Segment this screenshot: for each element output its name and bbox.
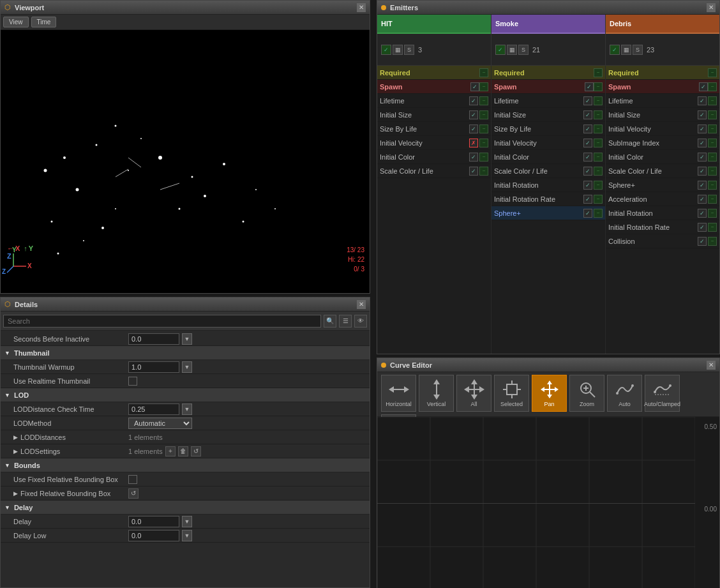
smoke-spawn-graph[interactable]: ~ — [594, 82, 603, 91]
bounds-section-header[interactable]: ▼ Bounds — [1, 458, 370, 472]
debris-initialsize-check[interactable]: ✓ — [698, 110, 707, 119]
debris-rotation-row[interactable]: Initial Rotation ✓ ~ — [606, 206, 719, 220]
emitter-smoke-btn1[interactable]: ✓ — [495, 45, 506, 55]
smoke-sizebylife-check[interactable]: ✓ — [583, 124, 592, 133]
hit-velocity-check[interactable]: ✗ — [469, 139, 478, 147]
hit-initialsize-check[interactable]: ✓ — [469, 110, 478, 119]
hit-initialsize-graph[interactable]: ~ — [479, 110, 488, 119]
debris-rotation-graph[interactable]: ~ — [708, 209, 717, 218]
emitter-hit-btn2[interactable]: ▦ — [393, 45, 403, 55]
debris-lifetime-row[interactable]: Lifetime ✓ ~ — [606, 94, 719, 108]
smoke-spawn-check[interactable]: ✓ — [585, 82, 594, 91]
emitters-close-button[interactable]: ✕ — [707, 3, 716, 12]
debris-acceleration-graph[interactable]: ~ — [708, 195, 717, 204]
smoke-sphere-row[interactable]: Sphere+ ✓ ~ — [491, 206, 605, 220]
debris-spawn-row[interactable]: Spawn ✓ ~ — [606, 80, 719, 94]
smoke-sizebylife-graph[interactable]: ~ — [594, 124, 603, 133]
search-button[interactable]: 🔍 — [324, 315, 336, 328]
debris-acceleration-check[interactable]: ✓ — [698, 195, 707, 204]
hit-scalecolor-graph[interactable]: ~ — [479, 167, 488, 176]
debris-scalecolor-row[interactable]: Scale Color / Life ✓ ~ — [606, 164, 719, 178]
smoke-sphere-graph[interactable]: ~ — [594, 209, 603, 218]
smoke-scalecolor-check[interactable]: ✓ — [583, 167, 592, 176]
lod-distances-expand-icon[interactable]: ▶ — [13, 434, 18, 441]
debris-color-check[interactable]: ✓ — [698, 153, 707, 162]
hit-lifetime-row[interactable]: Lifetime ✓ ~ — [377, 94, 491, 108]
smoke-rotation-graph[interactable]: ~ — [594, 181, 603, 190]
curve-auto-button[interactable]: Auto — [607, 375, 642, 412]
hit-lifetime-graph[interactable]: ~ — [479, 96, 488, 105]
hit-color-graph[interactable]: ~ — [479, 153, 488, 162]
smoke-initialsize-row[interactable]: Initial Size ✓ ~ — [491, 108, 605, 122]
list-view-button[interactable]: ☰ — [339, 315, 352, 328]
hit-sizebylife-row[interactable]: Size By Life ✓ ~ — [377, 122, 491, 136]
emitter-debris-btn3[interactable]: S — [633, 45, 643, 55]
debris-scalecolor-check[interactable]: ✓ — [698, 167, 707, 176]
thumbnail-realtime-checkbox[interactable] — [128, 377, 137, 386]
debris-spawn-graph[interactable]: ~ — [708, 82, 717, 91]
delay-spin[interactable]: ▼ — [182, 516, 192, 527]
smoke-spawn-row[interactable]: Spawn ✓ ~ — [491, 80, 605, 94]
debris-rotationrate-row[interactable]: Initial Rotation Rate ✓ ~ — [606, 220, 719, 234]
details-search-input[interactable] — [3, 315, 321, 328]
thumbnail-warmup-spin[interactable]: ▼ — [182, 361, 192, 373]
debris-sphere-check[interactable]: ✓ — [698, 181, 707, 190]
hit-velocity-graph[interactable]: ~ — [479, 139, 488, 147]
hit-spawn-row[interactable]: Spawn ✓ ~ — [377, 80, 491, 94]
use-fixed-bounding-checkbox[interactable] — [128, 475, 137, 484]
emitter-debris-btn1[interactable]: ✓ — [610, 45, 620, 55]
hit-scalecolor-row[interactable]: Scale Color / Life ✓ ~ — [377, 164, 491, 178]
smoke-velocity-row[interactable]: Initial Velocity ✓ ~ — [491, 136, 605, 150]
curve-all-button[interactable]: All — [456, 375, 491, 412]
curve-canvas[interactable] — [377, 417, 695, 588]
debris-color-row[interactable]: Initial Color ✓ ~ — [606, 150, 719, 164]
debris-subimage-graph[interactable]: ~ — [708, 139, 717, 147]
hit-scalecolor-check[interactable]: ✓ — [469, 167, 478, 176]
debris-sphere-row[interactable]: Sphere+ ✓ ~ — [606, 178, 719, 192]
hit-spawn-graph[interactable]: ~ — [479, 82, 488, 91]
debris-sphere-graph[interactable]: ~ — [708, 181, 717, 190]
smoke-sphere-check[interactable]: ✓ — [583, 209, 592, 218]
smoke-scalecolor-graph[interactable]: ~ — [594, 167, 603, 176]
seconds-inactive-spin[interactable]: ▼ — [182, 333, 192, 345]
debris-subimage-row[interactable]: SubImage Index ✓ ~ — [606, 136, 719, 150]
seconds-inactive-input[interactable] — [128, 333, 179, 345]
debris-velocity-graph[interactable]: ~ — [708, 124, 717, 133]
debris-lifetime-check[interactable]: ✓ — [698, 96, 707, 105]
lod-settings-add-button[interactable]: + — [165, 446, 176, 456]
delay-low-spin[interactable]: ▼ — [182, 530, 192, 541]
lod-checktime-spin[interactable]: ▼ — [182, 403, 192, 415]
debris-subimage-check[interactable]: ✓ — [698, 139, 707, 147]
smoke-color-check[interactable]: ✓ — [583, 153, 592, 162]
smoke-color-row[interactable]: Initial Color ✓ ~ — [491, 150, 605, 164]
hit-spawn-check[interactable]: ✓ — [470, 82, 479, 91]
smoke-scalecolor-row[interactable]: Scale Color / Life ✓ ~ — [491, 164, 605, 178]
curve-selected-button[interactable]: Selected — [494, 375, 529, 412]
debris-spawn-check[interactable]: ✓ — [699, 82, 708, 91]
smoke-color-graph[interactable]: ~ — [594, 153, 603, 162]
debris-velocity-check[interactable]: ✓ — [698, 124, 707, 133]
smoke-rotation-row[interactable]: Initial Rotation ✓ ~ — [491, 178, 605, 192]
smoke-sizebylife-row[interactable]: Size By Life ✓ ~ — [491, 122, 605, 136]
emitter-smoke-btn3[interactable]: S — [518, 45, 529, 55]
details-close-button[interactable]: ✕ — [357, 300, 366, 309]
delay-input[interactable] — [128, 516, 179, 527]
hit-velocity-row[interactable]: Initial Velocity ✗ ~ — [377, 136, 491, 150]
debris-scalecolor-graph[interactable]: ~ — [708, 167, 717, 176]
debris-initialsize-graph[interactable]: ~ — [708, 110, 717, 119]
debris-color-graph[interactable]: ~ — [708, 153, 717, 162]
debris-rotationrate-check[interactable]: ✓ — [698, 223, 707, 232]
smoke-initialsize-graph[interactable]: ~ — [594, 110, 603, 119]
time-button[interactable]: Time — [31, 17, 57, 27]
lod-settings-expand-icon[interactable]: ▶ — [13, 448, 18, 455]
hit-sizebylife-check[interactable]: ✓ — [469, 124, 478, 133]
hit-sizebylife-graph[interactable]: ~ — [479, 124, 488, 133]
smoke-rotationrate-graph[interactable]: ~ — [594, 195, 603, 204]
curve-zoom-button[interactable]: Zoom — [569, 375, 604, 412]
lod-settings-refresh-button[interactable]: ↺ — [191, 446, 201, 456]
curve-autoclamped-button[interactable]: Auto/Clamped — [645, 375, 680, 412]
lod-method-select[interactable]: Automatic Direct Set — [128, 418, 192, 429]
lod-section-header[interactable]: ▼ LOD — [1, 388, 370, 402]
curve-vertical-button[interactable]: Vertical — [419, 375, 454, 412]
smoke-velocity-check[interactable]: ✓ — [583, 139, 592, 147]
